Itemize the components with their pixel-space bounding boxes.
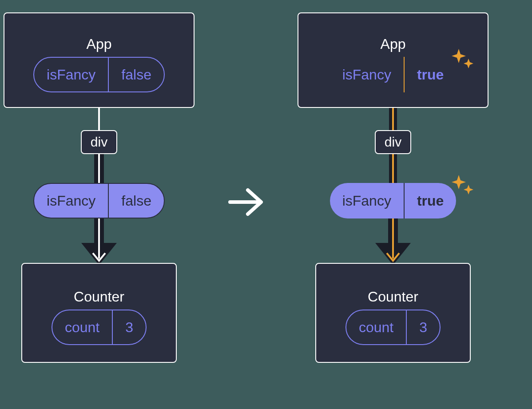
prop-name: isFancy [34, 58, 108, 91]
connector-line [98, 108, 100, 130]
connector-segment [86, 218, 112, 263]
app-box: App isFancy false [4, 12, 195, 108]
mid-prop-wrap: isFancy false [33, 183, 165, 218]
div-node: div [81, 130, 117, 154]
counter-title: Counter [368, 289, 418, 305]
prop-name: isFancy [330, 183, 404, 218]
app-prop-wrap: isFancy true [330, 57, 457, 92]
counter-state-pill: count 3 [345, 310, 441, 345]
state-value: 3 [407, 310, 440, 344]
app-prop-pill: isFancy true [330, 57, 457, 92]
prop-value: true [405, 183, 456, 218]
app-box: App isFancy true [298, 12, 488, 108]
orange-arrow-down-icon [384, 218, 402, 265]
prop-value: true [405, 57, 456, 92]
mid-prop-pill: isFancy true [330, 183, 457, 218]
prop-value: false [109, 58, 164, 91]
state-name: count [52, 310, 112, 344]
connector-line [98, 154, 100, 183]
app-title: App [87, 36, 112, 52]
transition-arrow-icon [226, 182, 266, 222]
tree-after: App isFancy true div isF [298, 12, 488, 363]
counter-box: Counter count 3 [315, 263, 471, 363]
connector-segment [86, 154, 112, 183]
sparkle-icon [450, 47, 476, 74]
sparkle-icon [450, 173, 476, 200]
div-node: div [375, 130, 411, 154]
prop-value: false [109, 184, 164, 218]
counter-box: Counter count 3 [21, 263, 177, 363]
app-title: App [381, 36, 406, 52]
connector-segment [380, 108, 406, 130]
connector-segment [380, 218, 406, 263]
counter-title: Counter [74, 289, 124, 305]
mid-prop-wrap: isFancy true [330, 183, 457, 218]
connector-segment [380, 154, 406, 183]
prop-name: isFancy [330, 57, 404, 92]
tree-before: App isFancy false div isFancy false [4, 12, 195, 363]
connector-line [392, 154, 394, 183]
prop-name: isFancy [34, 184, 108, 218]
mid-prop-pill: isFancy false [33, 183, 165, 218]
app-prop-pill: isFancy false [33, 57, 165, 92]
state-value: 3 [113, 310, 146, 344]
white-arrow-down-icon [90, 218, 108, 265]
counter-state-pill: count 3 [52, 310, 147, 345]
connector-line [392, 108, 394, 130]
state-name: count [346, 310, 406, 344]
